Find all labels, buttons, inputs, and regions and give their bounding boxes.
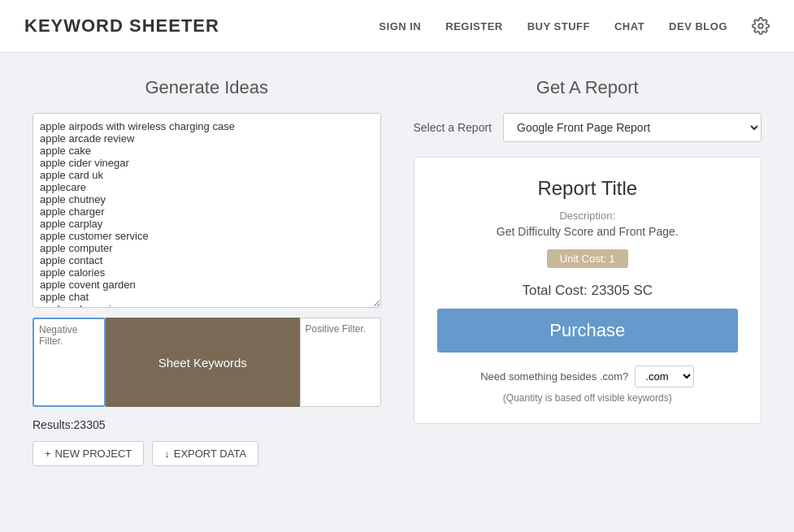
keywords-textarea[interactable]: apple airpods with wireless charging cas… (33, 113, 381, 308)
report-card-title: Report Title (437, 177, 739, 200)
unit-cost-badge: Unit Cost: 1 (547, 249, 628, 268)
description-text: Get Difficulty Score and Front Page. (437, 225, 739, 238)
sheet-keywords-button[interactable]: Sheet Keywords (106, 318, 300, 407)
get-report-title: Get A Report (414, 77, 762, 98)
logo: KEYWORD SHEETER (24, 15, 219, 37)
nav-register[interactable]: REGISTER (445, 20, 502, 32)
results-count: Results:23305 (33, 418, 381, 431)
get-report-panel: Get A Report Select a Report Google Fron… (414, 77, 762, 466)
nav-chat[interactable]: CHAT (614, 20, 644, 32)
positive-filter-input[interactable] (300, 318, 381, 407)
nav-sign-in[interactable]: SIGN IN (379, 20, 421, 32)
nav-dev-blog[interactable]: DEV BLOG (669, 20, 727, 32)
settings-icon[interactable] (752, 17, 770, 35)
report-type-select[interactable]: Google Front Page Report Keyword Difficu… (503, 113, 761, 142)
report-card: Report Title Description: Get Difficulty… (414, 157, 762, 424)
select-report-label: Select a Report (414, 121, 492, 134)
domain-select[interactable]: .com .net .org .co.uk (635, 365, 694, 387)
new-project-button[interactable]: + NEW PROJECT (33, 441, 144, 466)
total-cost: Total Cost: 23305 SC (437, 283, 739, 299)
purchase-button[interactable]: Purchase (437, 309, 739, 353)
download-icon: ↓ (164, 448, 170, 460)
nav-buy-stuff[interactable]: BUY STUFF (527, 20, 590, 32)
negative-filter-input[interactable] (33, 318, 106, 407)
quantity-note: (Quantity is based off visible keywords) (437, 392, 739, 404)
export-label: EXPORT DATA (174, 448, 246, 460)
generate-ideas-title: Generate Ideas (33, 77, 381, 98)
svg-point-0 (758, 24, 763, 28)
description-label: Description: (437, 210, 739, 222)
export-data-button[interactable]: ↓ EXPORT DATA (152, 441, 258, 466)
plus-icon: + (45, 448, 51, 460)
generate-ideas-panel: Generate Ideas apple airpods with wirele… (33, 77, 381, 466)
domain-label: Need something besides .com? (480, 370, 628, 383)
new-project-label: NEW PROJECT (55, 448, 132, 460)
